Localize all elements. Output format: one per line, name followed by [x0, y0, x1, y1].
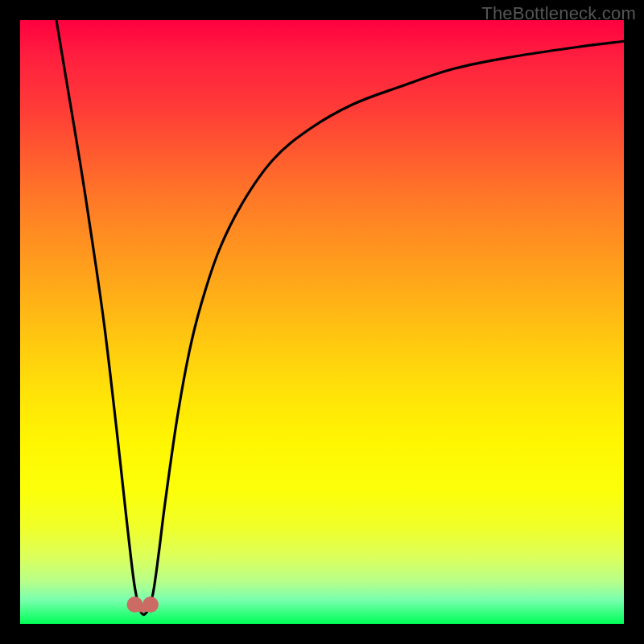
marker-dot-left — [127, 597, 143, 613]
marker-dot-right — [142, 597, 159, 613]
bottleneck-curve — [56, 20, 624, 615]
chart-svg — [20, 20, 624, 624]
chart-frame: TheBottleneck.com — [0, 0, 644, 644]
plot-area — [20, 20, 624, 624]
